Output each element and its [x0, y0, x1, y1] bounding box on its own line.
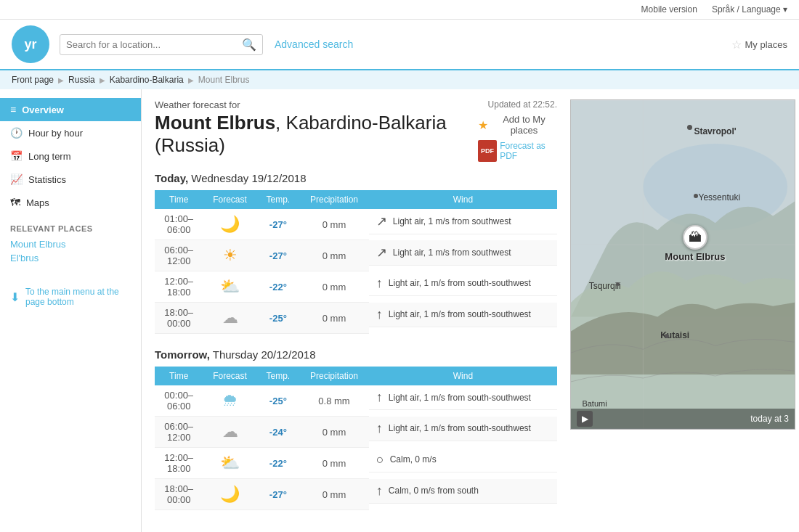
forecast-icon-cell: ☀: [203, 240, 256, 271]
sidebar-item-overview[interactable]: ≡ Overview: [0, 98, 141, 121]
precip-cell: 0 mm: [299, 271, 369, 303]
breadcrumb-frontpage[interactable]: Front page: [12, 75, 54, 85]
title-left: Weather forecast for Mount Elbrus, Kabar…: [155, 99, 478, 160]
marker-icon: 🏔: [683, 225, 707, 250]
wind-cell: ↑Light air, 1 m/s from south-southwest: [369, 271, 557, 296]
page-subtitle: Weather forecast for: [155, 99, 478, 110]
sidebar-item-statistics[interactable]: 📈 Statistics: [0, 168, 141, 191]
time-cell: 12:00– 18:00: [155, 448, 203, 479]
today-header: Today, Wednesday 19/12/2018: [155, 172, 557, 184]
breadcrumb-kabardino[interactable]: Kabardino-Balkaria: [110, 75, 184, 85]
sidebar-item-long-term[interactable]: 📅 Long term: [0, 144, 141, 168]
wind-arrow-icon: ↑: [376, 307, 383, 322]
precip-cell: 0 mm: [299, 209, 369, 240]
wind-cell: ○Calm, 0 m/s: [369, 448, 557, 472]
map-svg: [571, 100, 795, 429]
table-row: 12:00– 18:00⛅-22°0 mm○Calm, 0 m/s: [155, 448, 557, 479]
map-play-button[interactable]: ▶: [577, 411, 593, 427]
time-cell: 12:00– 18:00: [155, 271, 203, 303]
temp-cell: -22°: [257, 271, 300, 303]
breadcrumb-sep-2: ▶: [100, 76, 105, 84]
map-icon: 🗺: [10, 197, 20, 208]
breadcrumb: Front page ▶ Russia ▶ Kabardino-Balkaria…: [0, 70, 799, 89]
forecast-pdf-link[interactable]: PDF Forecast as PDF: [478, 140, 557, 162]
weather-icon: ☁: [222, 308, 238, 327]
weather-icon: ☀: [223, 246, 238, 265]
forecast-icon-cell: ☁: [203, 303, 256, 334]
map-container: Stavropol' Yessentuki Tsqurqili Kutaisi …: [570, 99, 795, 430]
col-time: Time: [155, 190, 203, 209]
wind-arrow-icon: ○: [376, 452, 384, 467]
logo: yr: [12, 25, 49, 63]
breadcrumb-russia[interactable]: Russia: [68, 75, 95, 85]
precip-cell: 0 mm: [299, 479, 369, 510]
col-temp-2: Temp.: [257, 367, 300, 385]
relevant-place-elbrus[interactable]: El'brus: [10, 251, 131, 265]
precip-cell: 0 mm: [299, 240, 369, 271]
search-icon[interactable]: 🔍: [242, 38, 256, 52]
table-row: 18:00– 00:00☁-25°0 mm↑Light air, 1 m/s f…: [155, 303, 557, 334]
advanced-search-link[interactable]: Advanced search: [275, 38, 353, 50]
top-bar: Mobile version Språk / Language ▾: [0, 0, 799, 20]
time-cell: 01:00– 06:00: [155, 209, 203, 240]
precip-cell: 0.8 mm: [299, 385, 369, 417]
forecast-icon-cell: 🌨: [203, 385, 256, 417]
wind-arrow-icon: ↗: [376, 245, 387, 261]
statistics-label: Statistics: [28, 174, 66, 185]
relevant-place-mount-elbrus[interactable]: Mount Elbrus: [10, 237, 131, 251]
breadcrumb-current: Mount Elbrus: [198, 75, 250, 85]
col-forecast-2: Forecast: [203, 367, 256, 385]
wind-cell: ↑Light air, 1 m/s from south-southwest: [369, 303, 557, 327]
sidebar-item-maps[interactable]: 🗺 Maps: [0, 191, 141, 214]
precip-cell: 0 mm: [299, 448, 369, 479]
tomorrow-table: Time Forecast Temp. Precipitation Wind 0…: [155, 367, 557, 510]
wind-arrow-icon: ↑: [376, 390, 383, 405]
weather-icon: ☁: [222, 422, 238, 441]
time-cell: 18:00– 00:00: [155, 303, 203, 334]
add-to-my-places-button[interactable]: ★ Add to My places: [478, 114, 557, 136]
col-precip: Precipitation: [299, 190, 369, 209]
long-term-label: Long term: [28, 151, 71, 162]
wind-description: Light air, 1 m/s from south-southwest: [389, 423, 531, 433]
mobile-version-link[interactable]: Mobile version: [641, 4, 697, 15]
wind-cell: ↑Light air, 1 m/s from south-southwest: [369, 417, 557, 441]
temp-cell: -22°: [257, 448, 300, 479]
search-box: 🔍: [60, 34, 263, 55]
wind-description: Calm, 0 m/s: [390, 454, 437, 465]
temp-cell: -25°: [257, 303, 300, 334]
precip-cell: 0 mm: [299, 417, 369, 448]
sidebar-item-hour-by-hour[interactable]: 🕐 Hour by hour: [0, 121, 141, 144]
temp-cell: -24°: [257, 417, 300, 448]
search-input[interactable]: [66, 39, 242, 50]
calendar-icon: 📅: [10, 150, 23, 162]
col-wind: Wind: [369, 190, 557, 209]
pdf-icon: PDF: [478, 140, 497, 162]
wind-description: Light air, 1 m/s from southwest: [393, 247, 511, 258]
time-cell: 18:00– 00:00: [155, 479, 203, 510]
my-places-button[interactable]: ☆ My places: [731, 38, 787, 52]
table-header-row-2: Time Forecast Temp. Precipitation Wind: [155, 367, 557, 385]
col-temp: Temp.: [257, 190, 300, 209]
place-yessentuki: Yessentuki: [699, 192, 741, 202]
title-right: Updated at 22:52. ★ Add to My places PDF…: [478, 99, 557, 162]
today-section: Today, Wednesday 19/12/2018 Time Forecas…: [155, 172, 557, 334]
sidebar-bottom-link[interactable]: ⬇ To the main menu at the page bottom: [0, 279, 141, 314]
breadcrumb-sep-1: ▶: [58, 76, 64, 84]
wind-arrow-icon: ↑: [376, 483, 383, 499]
language-selector[interactable]: Språk / Language ▾: [712, 4, 787, 15]
weather-icon: ⛅: [220, 277, 240, 296]
tomorrow-label: Tomorrow,: [155, 348, 210, 361]
tomorrow-header: Tomorrow, Thursday 20/12/2018: [155, 348, 557, 361]
col-time-2: Time: [155, 367, 203, 385]
mount-elbrus-marker[interactable]: 🏔 Mount Elbrus: [665, 225, 725, 262]
marker-label: Mount Elbrus: [665, 251, 725, 262]
map-timestamp: today at 3: [750, 414, 789, 424]
tomorrow-date: Thursday 20/12/2018: [213, 348, 316, 361]
add-places-label: Add to My places: [491, 114, 557, 136]
weather-icon: 🌨: [222, 391, 238, 410]
main-layout: ≡ Overview 🕐 Hour by hour 📅 Long term 📈: [0, 89, 799, 532]
wind-cell: ↗Light air, 1 m/s from southwest: [369, 240, 557, 266]
col-forecast: Forecast: [203, 190, 256, 209]
wind-arrow-icon: ↗: [376, 213, 387, 229]
wind-description: Light air, 1 m/s from southwest: [393, 216, 511, 226]
